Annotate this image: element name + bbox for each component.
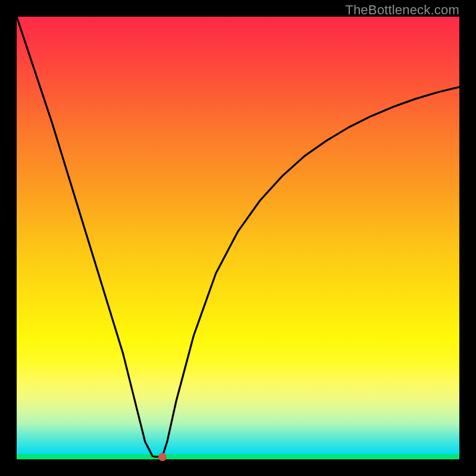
- chart-plot-area: [17, 17, 459, 459]
- bottleneck-curve: [17, 17, 459, 459]
- minimum-marker-dot: [158, 453, 167, 461]
- watermark-text: TheBottleneck.com: [345, 2, 459, 18]
